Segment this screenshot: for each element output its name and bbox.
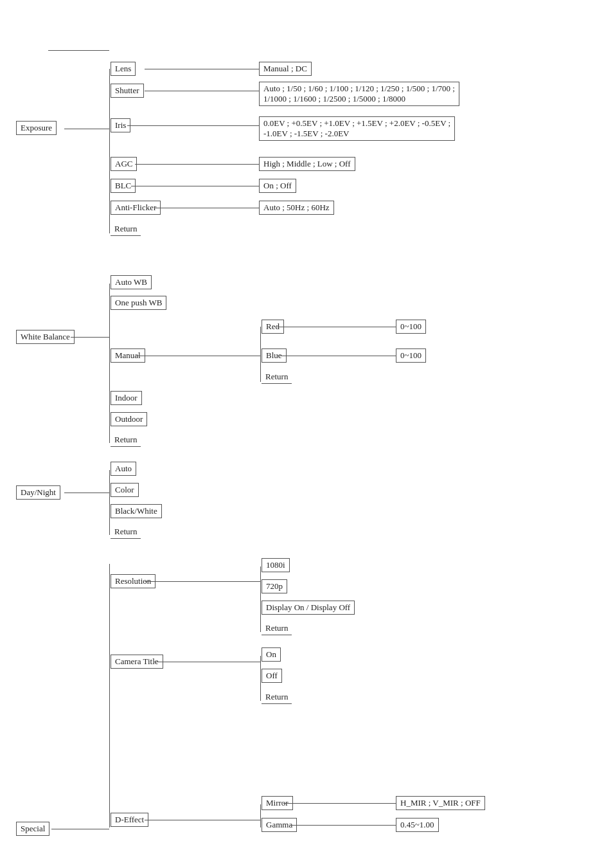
indoor-wb-node: Indoor [111,391,142,405]
deffect-line [145,820,260,820]
root-line-top [48,50,109,51]
red-val-node: 0~100 [396,320,426,334]
antiflicker-line [154,208,259,208]
onepush-wb-node: One push WB [111,296,166,310]
res-line [145,581,260,582]
res-display-node: Display On / Display Off [262,601,355,615]
gamma-line [290,825,396,826]
diagram: Exposure Lens Manual ; DC Shutter Auto ;… [0,0,613,868]
iris-line [127,125,259,126]
color-dn-node: Color [111,483,139,497]
gamma-val-node: 0.45~1.00 [396,818,439,832]
blue-val-node: 0~100 [396,348,426,363]
mirror-line [283,803,396,804]
ct-line [154,662,260,662]
ct-return-node: Return [262,691,292,704]
dn-line-h [64,493,109,493]
return-dn-node: Return [111,525,141,539]
shutter-val-node: Auto ; 1/50 ; 1/60 ; 1/100 ; 1/120 ; 1/2… [259,82,459,106]
wb-line-h [71,337,109,338]
ct-vert [260,656,261,701]
lens-node: Lens [111,62,136,76]
daynight-node: Day/Night [16,485,60,500]
return-exp-node: Return [111,222,141,236]
lens-line [145,69,259,69]
res-1080i-node: 1080i [262,558,290,572]
manual-line [135,356,260,356]
special-line-h [51,829,109,829]
agc-val-node: High ; Middle ; Low ; Off [259,157,355,171]
res-return-node: Return [262,622,292,635]
exposure-node: Exposure [16,121,57,135]
blue-line [277,356,396,356]
bw-dn-node: Black/White [111,504,162,518]
res-720p-node: 720p [262,579,287,593]
agc-line [135,164,259,165]
wb-vert [109,284,110,443]
auto-wb-node: Auto WB [111,275,152,289]
shutter-line [145,91,259,91]
shutter-node: Shutter [111,84,144,98]
agc-node: AGC [111,157,137,171]
wb-node: White Balance [16,330,75,344]
exp-line-h [64,129,109,129]
manual-vert [260,327,261,382]
deffect-node: D-Effect [111,813,148,827]
auto-dn-node: Auto [111,462,136,476]
res-vert [260,566,261,632]
lens-val-node: Manual ; DC [259,62,312,76]
return-wb-node: Return [111,433,141,447]
iris-val-node: 0.0EV ; +0.5EV ; +1.0EV ; +1.5EV ; +2.0E… [259,116,455,141]
exp-vert [109,69,110,233]
dn-vert [109,470,110,535]
antiflicker-val-node: Auto ; 50Hz ; 60Hz [259,201,334,215]
outdoor-wb-node: Outdoor [111,412,147,426]
special-vert [109,564,110,827]
antiflicker-node: Anti-Flicker [111,201,161,215]
return-manual-node: Return [262,370,292,384]
ct-on-node: On [262,647,281,662]
red-line [277,327,396,327]
special-node: Special [16,822,49,836]
deffect-vert [260,804,261,827]
blc-line [131,186,259,186]
blc-val-node: On ; Off [259,179,296,193]
ct-off-node: Off [262,669,282,683]
mirror-val-node: H_MIR ; V_MIR ; OFF [396,796,485,810]
